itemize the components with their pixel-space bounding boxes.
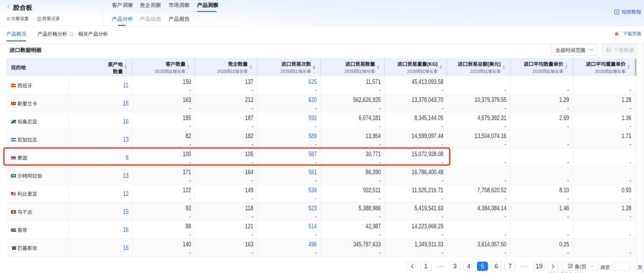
svg-text:PDF: PDF bbox=[615, 33, 619, 35]
